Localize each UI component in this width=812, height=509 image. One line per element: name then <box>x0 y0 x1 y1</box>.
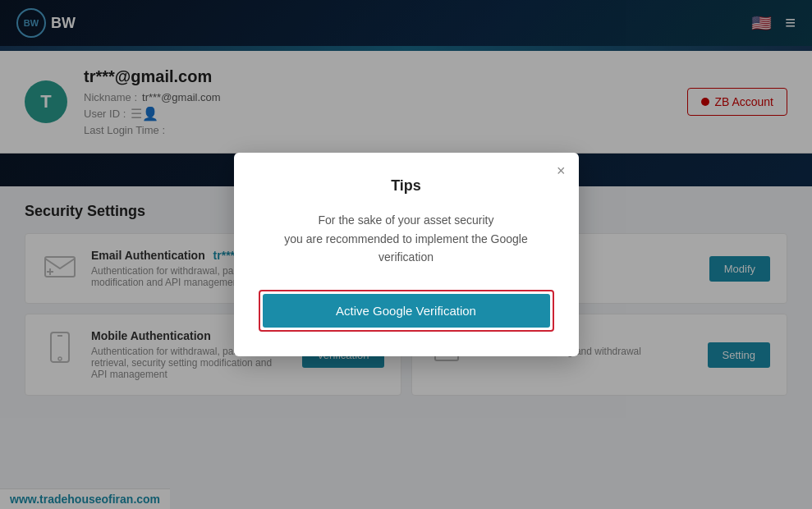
modal-body: For the sake of your asset security you … <box>259 211 554 266</box>
modal-title: Tips <box>259 177 554 195</box>
active-google-verification-button[interactable]: Active Google Verification <box>263 294 550 328</box>
modal-overlay: × Tips For the sake of your asset securi… <box>0 0 812 509</box>
tips-modal: × Tips For the sake of your asset securi… <box>234 153 579 355</box>
modal-close-button[interactable]: × <box>557 163 566 180</box>
modal-btn-wrap: Active Google Verification <box>259 290 554 332</box>
modal-body-line1: For the sake of your asset security <box>259 211 554 229</box>
modal-body-line2: you are recommended to implement the Goo… <box>259 230 554 267</box>
